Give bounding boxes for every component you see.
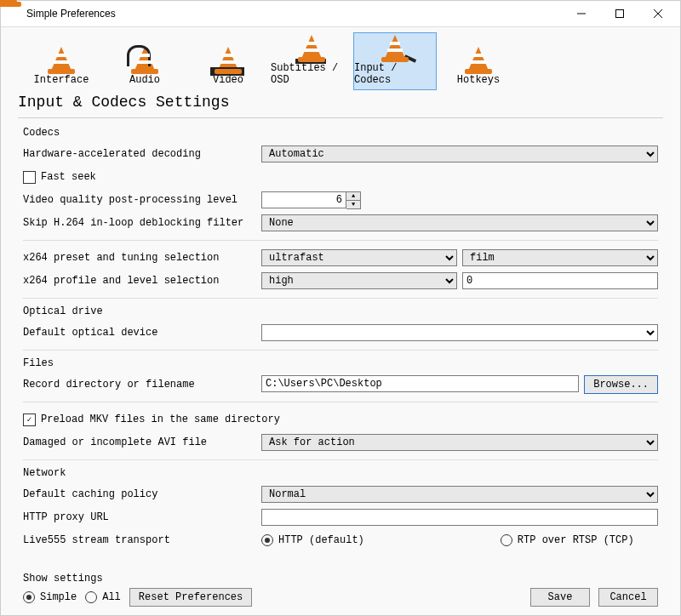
show-simple-radio[interactable]: Simple xyxy=(23,591,77,603)
radio-label: HTTP (default) xyxy=(278,534,364,546)
fast-seek-checkbox[interactable]: Fast seek xyxy=(23,171,96,184)
caching-label: Default caching policy xyxy=(23,488,261,500)
subseparator xyxy=(23,350,658,351)
x264-tuning-select[interactable]: film xyxy=(462,249,658,266)
group-title: Codecs xyxy=(23,127,658,139)
group-title: Network xyxy=(23,467,658,479)
category-toolbar: Interface Audio Video Subtitles / OSD In… xyxy=(1,27,680,90)
x264-profile-select[interactable]: high xyxy=(261,272,457,289)
minimize-button[interactable] xyxy=(562,2,600,26)
preload-mkv-checkbox[interactable]: ✓Preload MKV files in the same directory xyxy=(23,414,280,426)
subseparator xyxy=(23,240,658,241)
show-all-radio[interactable]: All xyxy=(85,591,121,603)
browse-button[interactable]: Browse... xyxy=(584,375,658,394)
category-input-codecs[interactable]: Input / Codecs xyxy=(353,32,437,90)
hw-decode-label: Hardware-accelerated decoding xyxy=(23,148,261,160)
cone-headphones-icon xyxy=(130,43,159,74)
live555-label: Live555 stream transport xyxy=(23,534,261,546)
quality-label: Video quality post-processing level xyxy=(23,194,261,206)
spinner-up-icon[interactable]: ▲ xyxy=(346,192,360,201)
titlebar: Simple Preferences xyxy=(1,1,680,27)
x264-profile-label: x264 profile and level selection xyxy=(23,275,261,287)
category-label: Video xyxy=(213,74,243,86)
x264-preset-select[interactable]: ultrafast xyxy=(261,249,457,266)
proxy-label: HTTP proxy URL xyxy=(23,511,261,523)
group-files: Files Record directory or filename Brows… xyxy=(23,357,658,453)
x264-level-input[interactable] xyxy=(462,272,658,289)
app-icon xyxy=(8,7,21,20)
cone-icon xyxy=(464,43,493,74)
category-label: Subtitles / OSD xyxy=(271,62,352,86)
category-subtitles[interactable]: Subtitles / OSD xyxy=(270,32,353,90)
category-label: Audio xyxy=(129,74,160,86)
cone-plug-icon xyxy=(381,31,409,62)
spinner-down-icon[interactable]: ▼ xyxy=(346,201,360,208)
subseparator xyxy=(23,298,658,299)
window-title: Simple Preferences xyxy=(26,8,116,20)
category-interface[interactable]: Interface xyxy=(20,32,103,90)
group-network: Network Default caching policy Normal HT… xyxy=(23,467,658,550)
radio-label: RTP over RTSP (TCP) xyxy=(518,534,634,546)
subseparator xyxy=(23,402,658,402)
preferences-window: Simple Preferences Interface Audio Video… xyxy=(0,0,681,616)
quality-spinner[interactable]: ▲▼ xyxy=(261,191,361,209)
reset-preferences-button[interactable]: Reset Preferences xyxy=(129,588,252,607)
category-video[interactable]: Video xyxy=(186,32,270,90)
record-dir-label: Record directory or filename xyxy=(23,379,261,391)
caching-select[interactable]: Normal xyxy=(261,486,658,503)
category-hotkeys[interactable]: Hotkeys xyxy=(437,32,520,90)
preload-mkv-label: Preload MKV files in the same directory xyxy=(41,414,280,425)
svg-rect-1 xyxy=(615,10,623,18)
cone-subtitle-icon xyxy=(297,31,326,62)
group-title: Optical drive xyxy=(23,305,658,317)
avi-select[interactable]: Ask for action xyxy=(261,434,658,451)
radio-label: All xyxy=(102,591,121,603)
footer: Show settings Simple All Reset Preferenc… xyxy=(1,568,680,615)
live555-rtp-radio[interactable]: RTP over RTSP (TCP) xyxy=(501,534,634,546)
live555-http-radio[interactable]: HTTP (default) xyxy=(261,534,364,546)
fast-seek-label: Fast seek xyxy=(41,171,96,183)
cone-icon xyxy=(47,43,76,74)
skip-loop-label: Skip H.264 in-loop deblocking filter xyxy=(23,217,261,229)
subseparator xyxy=(23,459,658,460)
quality-input[interactable] xyxy=(261,191,346,208)
group-codecs: Codecs Hardware-accelerated decoding Aut… xyxy=(23,127,658,291)
skip-loop-select[interactable]: None xyxy=(261,214,658,231)
category-label: Input / Codecs xyxy=(354,62,436,86)
x264-preset-label: x264 preset and tuning selection xyxy=(23,252,261,264)
save-button[interactable]: Save xyxy=(530,588,590,607)
optical-device-label: Default optical device xyxy=(23,327,261,339)
group-optical: Optical drive Default optical device xyxy=(23,305,658,343)
radio-label: Simple xyxy=(40,591,77,603)
category-label: Interface xyxy=(34,74,89,86)
proxy-input[interactable] xyxy=(261,509,658,526)
hw-decode-select[interactable]: Automatic xyxy=(261,145,658,163)
show-settings-label: Show settings xyxy=(23,573,252,585)
maximize-button[interactable] xyxy=(600,2,638,26)
page-title: Input & Codecs Settings xyxy=(1,90,680,117)
cancel-button[interactable]: Cancel xyxy=(598,588,658,607)
optical-device-select[interactable] xyxy=(261,324,658,341)
category-audio[interactable]: Audio xyxy=(103,32,186,90)
cone-clapper-icon xyxy=(214,43,243,74)
category-label: Hotkeys xyxy=(457,74,500,86)
close-button[interactable] xyxy=(638,2,677,26)
avi-label: Damaged or incomplete AVI file xyxy=(23,436,261,448)
group-title: Files xyxy=(23,357,658,369)
settings-body: Codecs Hardware-accelerated decoding Aut… xyxy=(1,118,680,568)
record-dir-input[interactable] xyxy=(261,375,579,392)
